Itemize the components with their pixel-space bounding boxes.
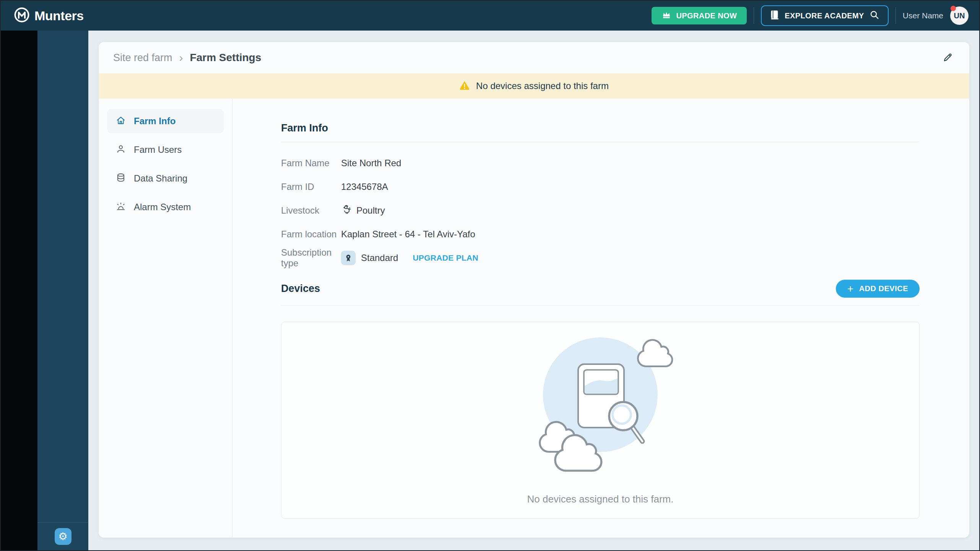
devices-header: Devices + ADD DEVICE [281,280,920,298]
devices-title: Devices [281,283,320,295]
farm-info-fields: Farm Name Site North Red Farm ID 1234567… [281,151,920,270]
field-value: Kaplan Street - 64 - Tel Aviv-Yafo [341,229,475,240]
nav-item-farm-users[interactable]: Farm Users [107,138,224,162]
add-device-label: ADD DEVICE [859,284,908,293]
field-livestock: Livestock [281,199,920,222]
settings-nav: Farm Info Farm Users [99,99,232,538]
field-value: 12345678A [341,182,388,192]
card-body: Farm Info Farm Users [99,99,969,538]
upgrade-now-button[interactable]: UPGRADE NOW [652,7,747,24]
no-devices-banner: No devices assigned to this farm [99,73,969,99]
chevron-right-icon: › [179,52,183,63]
empty-devices-illustration [512,322,688,492]
upgrade-now-label: UPGRADE NOW [676,11,737,20]
field-farm-id: Farm ID 12345678A [281,175,920,199]
field-value: Poultry [341,204,385,217]
plus-icon: + [847,284,854,294]
explore-academy-label: EXPLORE ACADEMY [785,11,864,20]
nav-item-farm-info[interactable]: Farm Info [107,109,224,133]
banner-text: No devices assigned to this farm [476,81,609,91]
pencil-icon [942,58,953,64]
user-avatar[interactable]: UN [950,6,969,25]
nav-item-alarm-system[interactable]: Alarm System [107,195,224,219]
topbar-right: UPGRADE NOW EXPLORE ACADEMY [652,5,969,26]
field-value: Site North Red [341,158,401,169]
nav-item-label: Farm Users [134,144,182,155]
nav-item-label: Alarm System [134,202,191,212]
divider [281,305,920,306]
rail-divider [37,522,88,523]
upgrade-plan-link[interactable]: UPGRADE PLAN [413,253,478,263]
explore-academy-button[interactable]: EXPLORE ACADEMY [761,5,889,26]
munters-logo[interactable]: Munters [14,7,84,24]
search-icon [869,10,879,22]
poultry-icon [341,204,352,217]
devices-empty-panel: No devices assigned to this farm. [281,322,920,519]
breadcrumb: Site red farm › Farm Settings [99,42,969,73]
person-icon [115,144,126,156]
devices-empty-text: No devices assigned to this farm. [527,493,674,505]
field-label: Farm ID [281,182,341,192]
home-icon [115,115,126,127]
notification-dot [951,6,956,11]
add-device-button[interactable]: + ADD DEVICE [836,280,920,298]
farm-info-content: Farm Info Farm Name Site North Red Farm … [232,99,969,538]
breadcrumb-parent[interactable]: Site red farm [113,52,172,64]
farm-info-title: Farm Info [281,122,920,134]
nav-item-label: Data Sharing [134,173,187,184]
field-farm-name: Farm Name Site North Red [281,151,920,175]
settings-gear-button[interactable]: ⚙ [55,528,72,545]
collapsed-left-rail [1,31,37,550]
nav-item-label: Farm Info [134,116,176,126]
field-farm-location: Farm location Kaplan Street - 64 - Tel A… [281,222,920,246]
topbar-divider [754,7,754,24]
topbar: Munters UPGRADE NOW [1,1,979,31]
divider [281,142,920,142]
farm-settings-page: Munters UPGRADE NOW [0,0,980,551]
book-icon [770,10,779,22]
app-side-rail: ⚙ [37,31,88,550]
breadcrumb-current: Farm Settings [190,52,262,64]
subscription-value: Standard [361,253,398,263]
field-label: Subscription type [281,247,341,269]
field-label: Livestock [281,205,341,216]
field-subscription-type: Subscription type Standard UPGRADE PLA [281,246,920,270]
munters-logo-icon [14,7,30,24]
user-name-label: User Name [903,11,943,20]
edit-farm-button[interactable] [940,50,955,66]
field-value: Standard UPGRADE PLAN [341,251,478,265]
database-icon [115,172,126,185]
field-label: Farm location [281,229,341,240]
field-label: Farm Name [281,158,341,169]
brand-name: Munters [34,8,84,23]
farm-settings-card: Site red farm › Farm Settings [99,42,969,538]
nav-item-data-sharing[interactable]: Data Sharing [107,166,224,191]
crown-icon [661,10,671,21]
livestock-value: Poultry [356,205,385,216]
subscription-badge-icon [341,251,356,265]
topbar-divider [895,7,896,24]
avatar-initials: UN [954,11,965,20]
alarm-icon [115,201,126,213]
warning-icon [459,80,470,92]
